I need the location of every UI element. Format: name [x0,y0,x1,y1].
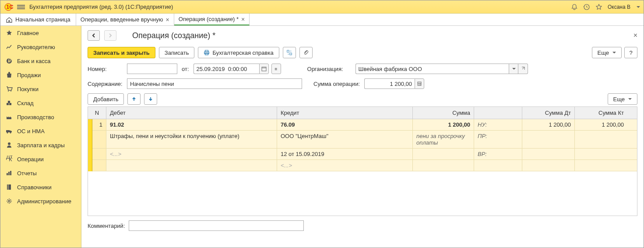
sidebar-item-assets[interactable]: ОС и НМА [0,124,81,138]
user-dropdown-caret-icon[interactable] [637,6,640,8]
col-sdt[interactable]: Сумма Дт [522,107,575,119]
user-name[interactable]: Оксана В [608,4,630,10]
report-button[interactable]: Бухгалтерская справка [198,47,279,58]
star-icon[interactable] [595,4,602,11]
svg-text:₽: ₽ [8,57,11,64]
col-debit[interactable]: Дебет [106,107,277,119]
save-close-button[interactable]: Записать и закрыть [88,47,155,58]
calendar-button[interactable] [259,64,269,74]
col-n[interactable]: N [88,107,106,119]
more-button[interactable]: Еще [592,47,622,58]
cell-comment[interactable]: пени за просрочку оплаты [413,131,474,148]
open-icon [521,67,525,71]
comment-input[interactable] [129,220,304,231]
close-icon[interactable]: × [166,16,169,23]
sidebar-item-bank[interactable]: ₽Банк и касса [0,54,81,68]
sidebar-item-label: Отчеты [17,170,37,177]
move-down-button[interactable] [144,93,157,105]
cell-debit[interactable]: 91.02 [106,119,277,130]
cell-sdt[interactable]: 1 200,00 [522,119,575,130]
table-row[interactable]: <...> 12 от 15.09.2019 ВР: [92,149,637,160]
page-title: Операция (создание) * [132,31,215,40]
attach-button[interactable] [299,47,313,58]
cell-empty [474,160,522,171]
sidebar-item-purchases[interactable]: Покупки [0,82,81,96]
table-row[interactable]: 1 91.02 76.09 1 200,00 НУ: 1 200,00 1 20… [92,119,637,131]
cell-debit-text[interactable]: Штрафы, пени и неустойки к получению (уп… [106,131,277,148]
sidebar-item-warehouse[interactable]: Склад [0,96,81,110]
cell-placeholder[interactable]: <...> [277,160,413,171]
chart-line-icon [6,43,13,50]
svg-point-21 [8,200,10,202]
person-icon [6,142,13,149]
org-input[interactable] [355,64,509,74]
sidebar-item-label: Операции [17,156,44,163]
cell-empty [522,160,575,171]
col-skt[interactable]: Сумма Кт [575,107,627,119]
tab-operation-create[interactable]: Операция (создание) * × [174,14,250,25]
cell-skt[interactable]: 1 200,00 [575,119,627,130]
sidebar-item-sales[interactable]: Продажи [0,68,81,82]
cell-empty [92,160,106,171]
row-selector[interactable] [88,119,92,171]
settings-button[interactable] [283,47,296,58]
table-row[interactable]: Штрафы, пени и неустойки к получению (уп… [92,131,637,149]
sidebar-item-catalogs[interactable]: Справочники [0,180,81,194]
svg-rect-8 [9,103,11,105]
boxes-icon [6,99,13,106]
book-icon [6,184,13,191]
date-menu-button[interactable]: ≡ [271,64,281,74]
cell-nu-label: НУ: [474,119,522,130]
org-dropdown-button[interactable] [509,64,518,74]
col-sum[interactable]: Сумма [413,107,474,119]
close-icon[interactable]: × [241,16,245,23]
cell-credit-doc[interactable]: 12 от 15.09.2019 [277,149,413,159]
chevron-down-icon [612,52,616,53]
sidebar-item-label: Продажи [17,72,41,78]
svg-rect-9 [8,101,10,103]
sidebar-item-operations[interactable]: ДтКтОперации [0,152,81,166]
cell-credit-text[interactable]: ООО "ЦентрМаш" [277,131,413,148]
sidebar-item-manager[interactable]: Руководителю [0,40,81,54]
home-tab[interactable]: Начальная страница [0,14,76,25]
cell-placeholder[interactable]: <...> [106,149,277,159]
cell-empty [92,131,106,148]
svg-rect-26 [290,53,292,55]
history-icon[interactable] [583,4,590,11]
svg-point-11 [7,132,8,134]
forward-button[interactable] [104,30,116,41]
number-input[interactable] [127,64,177,74]
calendar-icon [261,66,267,71]
sum-input[interactable] [364,78,415,89]
hamburger-icon[interactable] [17,4,25,10]
report-label: Бухгалтерская справка [212,50,273,56]
calc-button[interactable] [415,78,424,89]
sidebar-item-reports[interactable]: Отчеты [0,166,81,180]
sidebar-item-main[interactable]: Главное [0,26,81,40]
col-credit[interactable]: Кредит [277,107,413,119]
svg-rect-20 [8,184,8,190]
dtkt-icon: ДтКт [6,156,13,163]
date-input[interactable] [194,64,259,74]
table-row[interactable]: <...> [92,160,637,171]
content-input[interactable] [127,78,302,89]
cell-credit[interactable]: 76.09 [277,119,413,130]
content-area: Операция (создание) * × Записать и закры… [81,26,644,248]
help-button[interactable]: ? [624,47,637,58]
col-nu[interactable] [474,107,522,119]
move-up-button[interactable] [127,93,141,105]
grid-body: 1 91.02 76.09 1 200,00 НУ: 1 200,00 1 20… [88,119,637,216]
back-button[interactable] [88,30,100,41]
cell-sum[interactable]: 1 200,00 [413,119,474,130]
tab-operations-list[interactable]: Операции, введенные вручную × [76,14,174,25]
bell-icon[interactable] [571,4,578,11]
sidebar-item-hr[interactable]: Зарплата и кадры [0,138,81,152]
add-button[interactable]: Добавить [88,93,124,105]
arrow-down-icon [148,96,153,102]
close-page-button[interactable]: × [633,32,637,39]
sidebar-item-admin[interactable]: Администрирование [0,194,81,208]
save-button[interactable]: Записать [159,47,195,58]
org-open-button[interactable] [518,64,528,74]
sidebar-item-production[interactable]: Производство [0,110,81,124]
grid-more-button[interactable]: Еще [608,93,637,105]
